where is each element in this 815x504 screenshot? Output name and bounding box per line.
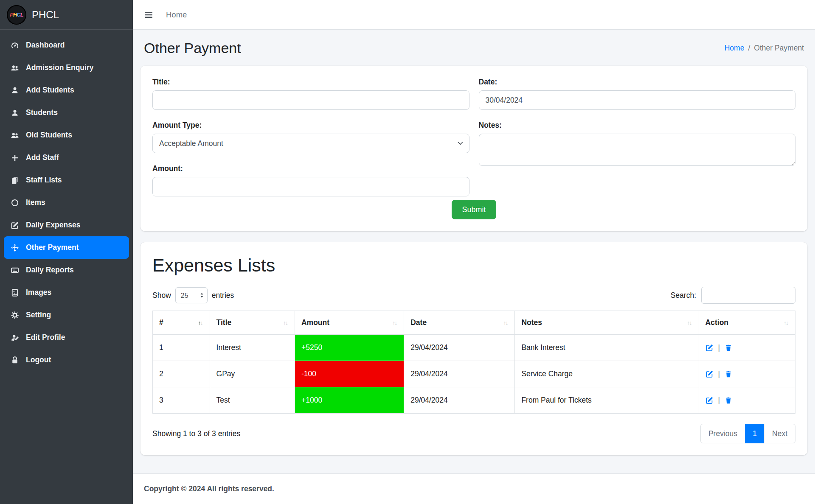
sidebar-menu: Dashboard Admission Enquiry Add Students… <box>0 30 133 375</box>
sidebar-item-logout[interactable]: Logout <box>4 349 129 371</box>
copy-icon <box>9 176 20 185</box>
image-icon <box>9 288 20 297</box>
sidebar-item-add-staff[interactable]: Add Staff <box>4 146 129 169</box>
cell-notes: Service Charge <box>515 361 699 387</box>
brand-logo: PHCL <box>7 5 26 25</box>
notes-textarea[interactable] <box>479 134 796 166</box>
cell-date: 29/04/2024 <box>404 387 515 414</box>
amount-input[interactable] <box>152 177 469 196</box>
pagination-previous-button[interactable]: Previous <box>700 424 745 443</box>
sort-icons: ↑↓ <box>393 319 397 326</box>
sidebar-item-admission-enquiry[interactable]: Admission Enquiry <box>4 56 129 79</box>
cell-title: Test <box>210 387 295 414</box>
trash-icon[interactable] <box>725 370 732 378</box>
trash-icon[interactable] <box>725 344 732 352</box>
brand[interactable]: PHCL PHCL <box>0 0 133 30</box>
edit-icon[interactable] <box>705 344 714 352</box>
sort-descending-icon: ↓ <box>689 319 692 326</box>
date-label: Date: <box>479 78 796 87</box>
brand-name: PHCL <box>32 9 59 21</box>
page-header: Other Payment Home/Other Payment <box>141 30 807 66</box>
main-area: Home Other Payment Home/Other Payment Ti… <box>133 0 815 504</box>
speedometer-icon <box>9 41 20 50</box>
form-right-column: Date: Notes: <box>479 78 796 196</box>
sort-icons: ↑↓ <box>504 319 508 326</box>
sort-descending-icon: ↓ <box>394 319 397 326</box>
table-header-row: #↑↓ Title↑↓ Amount↑↓ Date↑↓ Notes↑↓ Acti… <box>153 311 795 335</box>
search-control: Search: <box>671 287 795 304</box>
sidebar-item-students[interactable]: Students <box>4 101 129 124</box>
arrows-move-icon <box>9 244 20 252</box>
action-separator: | <box>718 396 720 405</box>
breadcrumb-separator: / <box>748 44 750 52</box>
sidebar-item-other-payment[interactable]: Other Payment <box>4 236 129 259</box>
table-footer: Showing 1 to 3 of 3 entries Previous 1 N… <box>152 424 795 443</box>
sidebar-item-label: Items <box>26 198 45 207</box>
sidebar-item-edit-profile[interactable]: Edit Profile <box>4 326 129 349</box>
sidebar-item-dashboard[interactable]: Dashboard <box>4 34 129 56</box>
content: Other Payment Home/Other Payment Title: … <box>133 30 815 473</box>
search-input[interactable] <box>701 287 795 304</box>
sort-icons: ↑↓ <box>284 319 288 326</box>
cell-amount: -100 <box>295 361 404 387</box>
column-header-notes[interactable]: Notes↑↓ <box>515 311 699 335</box>
amount-type-select[interactable]: Acceptable Amount <box>152 134 469 153</box>
edit-icon[interactable] <box>705 370 714 378</box>
user-edit-icon <box>9 333 20 342</box>
amount-label: Amount: <box>152 164 469 173</box>
sort-descending-icon: ↓ <box>505 319 508 326</box>
money-check-icon <box>9 266 20 274</box>
sidebar-item-label: Dashboard <box>26 41 65 50</box>
sidebar-item-staff-lists[interactable]: Staff Lists <box>4 169 129 191</box>
action-separator: | <box>718 370 720 378</box>
sort-icons: ↑↓ <box>688 319 692 326</box>
title-input[interactable] <box>152 90 469 110</box>
breadcrumb-current: Other Payment <box>754 44 804 52</box>
date-input[interactable] <box>479 90 796 110</box>
column-header-date[interactable]: Date↑↓ <box>404 311 515 335</box>
sidebar-item-daily-expenses[interactable]: Daily Expenses <box>4 214 129 236</box>
column-header-title[interactable]: Title↑↓ <box>210 311 295 335</box>
expenses-heading: Expenses Lists <box>152 255 795 276</box>
sidebar-item-items[interactable]: Items <box>4 191 129 214</box>
pagination-page-1-button[interactable]: 1 <box>745 424 764 443</box>
breadcrumb-home-link[interactable]: Home <box>725 44 745 52</box>
sort-descending-icon: ↓ <box>786 319 789 326</box>
cell-title: Interest <box>210 335 295 361</box>
table-row: 3 Test +1000 29/04/2024 From Paul for Ti… <box>153 387 795 414</box>
column-header-number[interactable]: #↑↓ <box>153 311 210 335</box>
trash-icon[interactable] <box>725 397 732 404</box>
sidebar: PHCL PHCL Dashboard Admission Enquiry Ad… <box>0 0 133 504</box>
table-row: 1 Interest +5250 29/04/2024 Bank Interes… <box>153 335 795 361</box>
expenses-card: Expenses Lists Show 25 entries Sea <box>141 242 807 455</box>
pagination: Previous 1 Next <box>700 424 795 443</box>
sidebar-item-label: Add Students <box>26 86 74 95</box>
cell-number: 3 <box>153 387 210 414</box>
sidebar-item-daily-reports[interactable]: Daily Reports <box>4 259 129 281</box>
column-header-amount[interactable]: Amount↑↓ <box>295 311 404 335</box>
expenses-table: #↑↓ Title↑↓ Amount↑↓ Date↑↓ Notes↑↓ Acti… <box>152 311 795 414</box>
circle-icon <box>9 199 20 207</box>
cell-date: 29/04/2024 <box>404 335 515 361</box>
sidebar-item-add-students[interactable]: Add Students <box>4 79 129 101</box>
page-title: Other Payment <box>144 40 241 56</box>
sidebar-item-label: Setting <box>26 311 51 319</box>
hamburger-menu-icon[interactable] <box>144 10 153 20</box>
cell-title: GPay <box>210 361 295 387</box>
column-header-action[interactable]: Action↑↓ <box>699 311 795 335</box>
form-left-column: Title: Amount Type: Acceptable Amount <box>152 78 469 196</box>
sidebar-item-setting[interactable]: Setting <box>4 304 129 326</box>
table-row: 2 GPay -100 29/04/2024 Service Charge | <box>153 361 795 387</box>
sidebar-item-old-students[interactable]: Old Students <box>4 124 129 146</box>
breadcrumb: Home/Other Payment <box>725 44 804 53</box>
pagination-next-button[interactable]: Next <box>764 424 795 443</box>
entries-summary: Showing 1 to 3 of 3 entries <box>152 429 240 438</box>
sidebar-item-images[interactable]: Images <box>4 281 129 304</box>
cell-amount: +1000 <box>295 387 404 414</box>
sidebar-item-label: Logout <box>26 356 51 364</box>
navbar-home-link[interactable]: Home <box>166 10 187 20</box>
edit-icon[interactable] <box>705 396 714 404</box>
submit-button[interactable]: Submit <box>452 200 496 219</box>
page-size-select[interactable]: 25 <box>175 287 208 303</box>
cell-number: 2 <box>153 361 210 387</box>
